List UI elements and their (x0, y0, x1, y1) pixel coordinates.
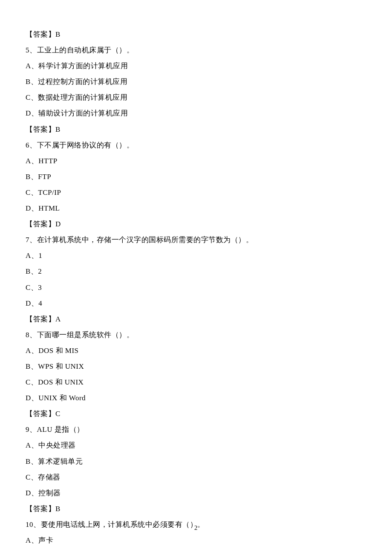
text-line: A、科学计算方面的计算机应用 (26, 61, 366, 71)
text-line: D、控制器 (26, 489, 366, 498)
text-line: 5、工业上的自动机床属于（）。 (26, 46, 366, 55)
text-line: B、算术逻辑单元 (26, 457, 366, 466)
text-line: 6、下不属于网络协议的有（）。 (26, 141, 366, 150)
text-line: D、UNIX 和 Word (26, 393, 366, 403)
text-line: A、DOS 和 MIS (26, 346, 366, 356)
text-line: A、HTTP (26, 156, 366, 166)
text-line: D、辅助设计方面的计算机应用 (26, 109, 366, 118)
text-line: B、过程控制方面的计算机应用 (26, 77, 366, 87)
page-number: 2 (0, 524, 392, 532)
text-line: A、声卡 (26, 536, 366, 545)
text-line: B、FTP (26, 172, 366, 182)
text-line: C、3 (26, 283, 366, 292)
text-line: 【答案】B (26, 30, 366, 39)
text-line: 9、ALU 是指（） (26, 425, 366, 434)
text-line: D、HTML (26, 204, 366, 213)
text-line: 8、下面哪一组是系统软件（）。 (26, 330, 366, 340)
text-line: 7、在计算机系统中，存储一个汉字的国标码所需要的字节数为（）。 (26, 235, 366, 245)
text-line: 【答案】A (26, 315, 366, 324)
text-line: 【答案】C (26, 409, 366, 419)
text-line: C、数据处理方面的计算机应用 (26, 93, 366, 102)
text-line: 【答案】B (26, 504, 366, 514)
text-line: A、1 (26, 251, 366, 260)
text-line: 【答案】D (26, 220, 366, 229)
text-line: C、存储器 (26, 473, 366, 482)
text-line: B、2 (26, 267, 366, 276)
document-content: 【答案】B 5、工业上的自动机床属于（）。 A、科学计算方面的计算机应用 B、过… (26, 30, 366, 545)
text-line: C、TCP/IP (26, 188, 366, 197)
text-line: B、WPS 和 UNIX (26, 362, 366, 371)
text-line: A、中央处理器 (26, 441, 366, 450)
text-line: C、DOS 和 UNIX (26, 378, 366, 387)
text-line: D、4 (26, 299, 366, 308)
text-line: 【答案】B (26, 125, 366, 134)
